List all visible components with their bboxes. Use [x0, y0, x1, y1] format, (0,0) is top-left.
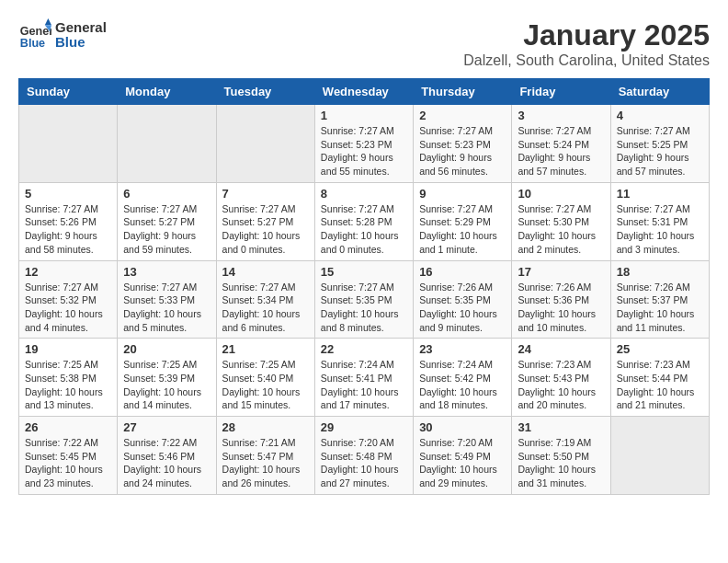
calendar-cell: 6Sunrise: 7:27 AM Sunset: 5:27 PM Daylig…: [118, 182, 216, 260]
calendar-week-row: 12Sunrise: 7:27 AM Sunset: 5:32 PM Dayli…: [19, 260, 710, 339]
weekday-header-monday: Monday: [118, 79, 216, 105]
day-info: Sunrise: 7:27 AM Sunset: 5:28 PM Dayligh…: [321, 202, 407, 257]
logo: General Blue General Blue: [18, 18, 107, 52]
day-number: 4: [617, 109, 703, 122]
calendar-cell: 22Sunrise: 7:24 AM Sunset: 5:41 PM Dayli…: [314, 339, 413, 417]
logo-general-text: General: [55, 20, 107, 36]
day-number: 9: [419, 187, 506, 201]
day-info: Sunrise: 7:22 AM Sunset: 5:46 PM Dayligh…: [123, 436, 210, 490]
calendar-cell: 10Sunrise: 7:27 AM Sunset: 5:30 PM Dayli…: [512, 182, 610, 260]
weekday-header-row: SundayMondayTuesdayWednesdayThursdayFrid…: [19, 79, 710, 105]
day-info: Sunrise: 7:23 AM Sunset: 5:44 PM Dayligh…: [617, 358, 703, 412]
day-info: Sunrise: 7:27 AM Sunset: 5:33 PM Dayligh…: [123, 281, 210, 335]
day-number: 24: [518, 342, 604, 356]
day-number: 26: [25, 420, 111, 434]
calendar-cell: 18Sunrise: 7:26 AM Sunset: 5:37 PM Dayli…: [610, 260, 709, 339]
day-number: 3: [518, 109, 604, 122]
day-info: Sunrise: 7:27 AM Sunset: 5:24 PM Dayligh…: [518, 124, 604, 178]
calendar-cell: [19, 105, 118, 183]
day-info: Sunrise: 7:27 AM Sunset: 5:31 PM Dayligh…: [617, 202, 703, 257]
day-info: Sunrise: 7:27 AM Sunset: 5:34 PM Dayligh…: [222, 281, 309, 335]
day-info: Sunrise: 7:23 AM Sunset: 5:43 PM Dayligh…: [518, 358, 604, 412]
calendar-cell: 21Sunrise: 7:25 AM Sunset: 5:40 PM Dayli…: [216, 339, 314, 417]
day-number: 23: [419, 342, 506, 356]
day-info: Sunrise: 7:26 AM Sunset: 5:36 PM Dayligh…: [518, 281, 604, 335]
calendar-cell: 1Sunrise: 7:27 AM Sunset: 5:23 PM Daylig…: [314, 105, 413, 183]
calendar-cell: 19Sunrise: 7:25 AM Sunset: 5:38 PM Dayli…: [19, 339, 118, 417]
day-number: 7: [222, 187, 309, 201]
day-info: Sunrise: 7:21 AM Sunset: 5:47 PM Dayligh…: [222, 436, 309, 490]
day-number: 5: [25, 187, 111, 201]
day-info: Sunrise: 7:27 AM Sunset: 5:23 PM Dayligh…: [321, 124, 407, 178]
logo-icon: General Blue: [18, 18, 51, 52]
calendar-cell: 28Sunrise: 7:21 AM Sunset: 5:47 PM Dayli…: [216, 417, 314, 495]
day-number: 2: [419, 109, 506, 122]
calendar-cell: 5Sunrise: 7:27 AM Sunset: 5:26 PM Daylig…: [19, 182, 118, 260]
calendar-week-row: 19Sunrise: 7:25 AM Sunset: 5:38 PM Dayli…: [19, 339, 710, 417]
day-info: Sunrise: 7:25 AM Sunset: 5:38 PM Dayligh…: [25, 358, 111, 412]
calendar-cell: [216, 105, 314, 183]
day-number: 17: [518, 265, 604, 279]
calendar-cell: 7Sunrise: 7:27 AM Sunset: 5:27 PM Daylig…: [216, 182, 314, 260]
calendar-cell: [610, 417, 709, 495]
day-info: Sunrise: 7:25 AM Sunset: 5:39 PM Dayligh…: [123, 358, 210, 412]
calendar-cell: 14Sunrise: 7:27 AM Sunset: 5:34 PM Dayli…: [216, 260, 314, 339]
weekday-header-thursday: Thursday: [414, 79, 512, 105]
calendar-cell: 20Sunrise: 7:25 AM Sunset: 5:39 PM Dayli…: [118, 339, 216, 417]
day-number: 16: [419, 265, 506, 279]
calendar-title: January 2025: [463, 18, 710, 52]
calendar-cell: [118, 105, 216, 183]
day-info: Sunrise: 7:22 AM Sunset: 5:45 PM Dayligh…: [25, 436, 111, 490]
calendar-week-row: 1Sunrise: 7:27 AM Sunset: 5:23 PM Daylig…: [19, 105, 710, 183]
day-info: Sunrise: 7:27 AM Sunset: 5:30 PM Dayligh…: [518, 202, 604, 257]
day-info: Sunrise: 7:20 AM Sunset: 5:49 PM Dayligh…: [419, 436, 506, 490]
calendar-cell: 24Sunrise: 7:23 AM Sunset: 5:43 PM Dayli…: [512, 339, 610, 417]
day-number: 18: [617, 265, 703, 279]
day-number: 11: [617, 187, 703, 201]
calendar-cell: 26Sunrise: 7:22 AM Sunset: 5:45 PM Dayli…: [19, 417, 118, 495]
day-info: Sunrise: 7:27 AM Sunset: 5:23 PM Dayligh…: [419, 124, 506, 178]
day-info: Sunrise: 7:27 AM Sunset: 5:35 PM Dayligh…: [321, 281, 407, 335]
calendar-table: SundayMondayTuesdayWednesdayThursdayFrid…: [18, 78, 710, 495]
day-number: 31: [518, 420, 604, 434]
day-info: Sunrise: 7:27 AM Sunset: 5:32 PM Dayligh…: [25, 281, 111, 335]
calendar-week-row: 5Sunrise: 7:27 AM Sunset: 5:26 PM Daylig…: [19, 182, 710, 260]
calendar-cell: 15Sunrise: 7:27 AM Sunset: 5:35 PM Dayli…: [314, 260, 413, 339]
calendar-cell: 23Sunrise: 7:24 AM Sunset: 5:42 PM Dayli…: [414, 339, 512, 417]
calendar-cell: 25Sunrise: 7:23 AM Sunset: 5:44 PM Dayli…: [610, 339, 709, 417]
day-info: Sunrise: 7:20 AM Sunset: 5:48 PM Dayligh…: [321, 436, 407, 490]
day-number: 8: [321, 187, 407, 201]
svg-text:Blue: Blue: [20, 37, 45, 50]
day-number: 28: [222, 420, 309, 434]
day-info: Sunrise: 7:27 AM Sunset: 5:25 PM Dayligh…: [617, 124, 703, 178]
page-header: General Blue General Blue January 2025 D…: [18, 18, 710, 69]
day-info: Sunrise: 7:27 AM Sunset: 5:26 PM Dayligh…: [25, 202, 111, 257]
calendar-cell: 4Sunrise: 7:27 AM Sunset: 5:25 PM Daylig…: [610, 105, 709, 183]
calendar-cell: 8Sunrise: 7:27 AM Sunset: 5:28 PM Daylig…: [314, 182, 413, 260]
day-number: 20: [123, 342, 210, 356]
calendar-cell: 17Sunrise: 7:26 AM Sunset: 5:36 PM Dayli…: [512, 260, 610, 339]
weekday-header-tuesday: Tuesday: [216, 79, 314, 105]
day-info: Sunrise: 7:26 AM Sunset: 5:37 PM Dayligh…: [617, 281, 703, 335]
day-info: Sunrise: 7:27 AM Sunset: 5:27 PM Dayligh…: [222, 202, 309, 257]
calendar-cell: 16Sunrise: 7:26 AM Sunset: 5:35 PM Dayli…: [414, 260, 512, 339]
day-number: 22: [321, 342, 407, 356]
calendar-cell: 12Sunrise: 7:27 AM Sunset: 5:32 PM Dayli…: [19, 260, 118, 339]
day-number: 14: [222, 265, 309, 279]
day-number: 10: [518, 187, 604, 201]
weekday-header-wednesday: Wednesday: [314, 79, 413, 105]
calendar-cell: 11Sunrise: 7:27 AM Sunset: 5:31 PM Dayli…: [610, 182, 709, 260]
calendar-cell: 27Sunrise: 7:22 AM Sunset: 5:46 PM Dayli…: [118, 417, 216, 495]
day-number: 13: [123, 265, 210, 279]
calendar-cell: 2Sunrise: 7:27 AM Sunset: 5:23 PM Daylig…: [414, 105, 512, 183]
weekday-header-friday: Friday: [512, 79, 610, 105]
day-number: 21: [222, 342, 309, 356]
day-number: 6: [123, 187, 210, 201]
calendar-week-row: 26Sunrise: 7:22 AM Sunset: 5:45 PM Dayli…: [19, 417, 710, 495]
day-info: Sunrise: 7:27 AM Sunset: 5:29 PM Dayligh…: [419, 202, 506, 257]
day-number: 12: [25, 265, 111, 279]
calendar-cell: 31Sunrise: 7:19 AM Sunset: 5:50 PM Dayli…: [512, 417, 610, 495]
day-number: 1: [321, 109, 407, 122]
day-number: 30: [419, 420, 506, 434]
day-info: Sunrise: 7:19 AM Sunset: 5:50 PM Dayligh…: [518, 436, 604, 490]
